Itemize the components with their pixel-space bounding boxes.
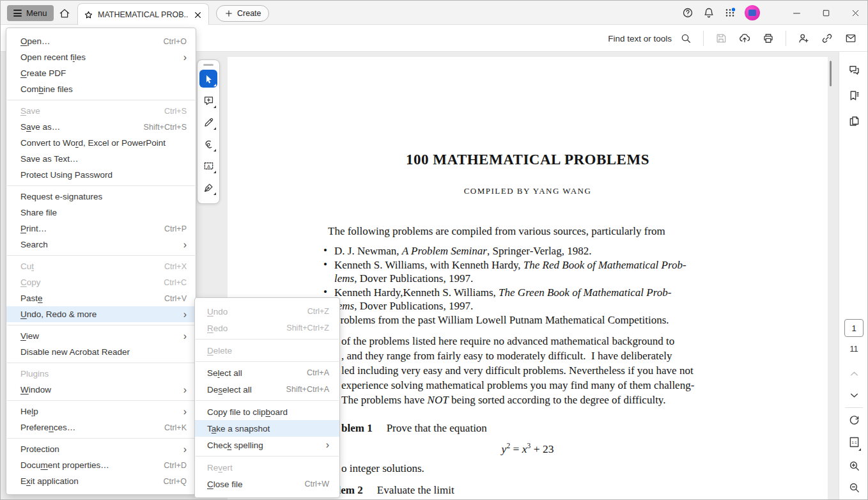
submenu-item-deselect-all[interactable]: Deselect allShift+Ctrl+A	[195, 381, 339, 398]
submenu-arrow-icon: ›	[326, 440, 329, 450]
find-text-label[interactable]: Find text or tools	[608, 34, 672, 43]
help-icon	[681, 6, 694, 19]
menu-item-create-pdf[interactable]: Create PDF	[6, 65, 196, 81]
menu-item-convert-to-word-excel-or-powerpoint[interactable]: Convert to Word, Excel or PowerPoint	[6, 135, 196, 151]
menu-item-save-as[interactable]: Save as…Shift+Ctrl+S	[6, 119, 196, 135]
menu-item-label: Paste	[20, 293, 164, 303]
menu-item-label: Document properties…	[20, 460, 164, 470]
menu-item-save-as-text[interactable]: Save as Text…	[6, 151, 196, 167]
menu-item-label: Copy file to clipboard	[207, 407, 329, 417]
notifications-button[interactable]	[702, 6, 715, 19]
share-link-button[interactable]	[821, 32, 833, 45]
upload-to-cloud-button[interactable]	[738, 32, 751, 45]
menu-item-open-recent-files[interactable]: Open recent files›	[6, 49, 196, 65]
save-icon	[715, 32, 727, 45]
bookmarks-panel-button[interactable]	[846, 87, 862, 104]
maximize-button[interactable]	[821, 8, 832, 19]
shortcut-label: Ctrl+Z	[307, 307, 329, 316]
submenu-item-close-file[interactable]: Close fileCtrl+W	[195, 476, 339, 492]
submenu-item-check-spelling[interactable]: Check spelling›	[195, 437, 339, 453]
search-button[interactable]	[679, 32, 692, 45]
menu-item-request-e-signatures[interactable]: Request e-signatures	[6, 189, 196, 205]
next-page-button[interactable]	[846, 388, 862, 405]
menu-item-combine-files[interactable]: Combine files	[6, 81, 196, 97]
menu-item-label: View	[20, 331, 183, 341]
comments-icon	[848, 63, 861, 77]
zoom-in-button[interactable]	[846, 458, 862, 475]
submenu-arrow-icon: ›	[183, 407, 187, 417]
menu-item-protect-using-password[interactable]: Protect Using Password	[6, 167, 196, 183]
document-tab[interactable]: MATHEMATICAL PROB...	[77, 3, 209, 26]
submenu-item-copy-file-to-clipboard[interactable]: Copy file to clipboard	[195, 403, 339, 420]
zoom-level-button[interactable]: 1:1	[846, 435, 862, 451]
plus-icon	[224, 8, 234, 19]
acrobat-window: Menu MATHEMATICAL PROB... Create Find te…	[0, 0, 868, 500]
menu-item-print[interactable]: Print…Ctrl+P	[6, 221, 196, 237]
rotate-icon	[848, 414, 861, 427]
request-signatures-button[interactable]	[797, 32, 810, 45]
highlight-tool[interactable]	[199, 113, 217, 131]
create-button[interactable]: Create	[216, 5, 269, 22]
star-icon[interactable]	[83, 10, 94, 20]
quick-tools-panel: A	[197, 59, 220, 204]
submenu-item-select-all[interactable]: Select allCtrl+A	[195, 364, 339, 381]
email-icon	[844, 32, 857, 45]
menu-item-undo-redo-more[interactable]: Undo, Redo & more›	[6, 306, 196, 322]
maximize-icon	[821, 8, 832, 19]
draw-tool[interactable]	[199, 135, 217, 153]
submenu-arrow-icon: ›	[183, 331, 187, 341]
drag-handle[interactable]	[203, 64, 213, 66]
page-thumbnails-button[interactable]	[846, 113, 862, 129]
tab-title: MATHEMATICAL PROB...	[98, 10, 189, 19]
home-button[interactable]	[56, 4, 73, 22]
help-button[interactable]	[681, 6, 694, 19]
menu-item-disable-new-acrobat-reader[interactable]: Disable new Acrobat Reader	[6, 344, 196, 360]
close-tab-icon[interactable]	[192, 10, 203, 20]
minimize-button[interactable]	[791, 8, 802, 19]
menu-item-paste[interactable]: PasteCtrl+V	[6, 290, 196, 306]
menu-item-label: Help	[20, 407, 183, 416]
menu-item-protection[interactable]: Protection›	[6, 441, 196, 457]
right-rail: 1 11 1:1	[839, 52, 868, 500]
menu-item-label: Check spelling	[207, 441, 326, 450]
menu-item-window[interactable]: Window›	[6, 382, 196, 398]
menu-item-save: SaveCtrl+S	[6, 103, 196, 119]
submenu-item-take-a-snapshot[interactable]: Take a snapshot	[195, 420, 339, 437]
menu-item-label: Save	[20, 106, 164, 116]
comments-panel-button[interactable]	[846, 61, 862, 78]
menu-item-document-properties[interactable]: Document properties…Ctrl+D	[6, 457, 196, 473]
close-window-button[interactable]	[850, 8, 861, 19]
menu-item-label: Disable new Acrobat Reader	[20, 347, 187, 357]
menu-item-label: Copy	[20, 277, 164, 287]
menu-item-label: Close file	[207, 480, 304, 489]
menu-item-share-file[interactable]: Share file	[6, 205, 196, 221]
menu-button-label: Menu	[26, 8, 47, 18]
menu-item-preferences[interactable]: Preferences…Ctrl+K	[6, 419, 196, 435]
menu-button[interactable]: Menu	[7, 5, 54, 21]
rotate-page-button[interactable]	[846, 413, 862, 430]
menu-item-help[interactable]: Help›	[6, 403, 196, 419]
shortcut-label: Ctrl+C	[164, 278, 187, 287]
apps-grid-button[interactable]	[724, 6, 736, 19]
menu-item-view[interactable]: View›	[6, 328, 196, 344]
menu-item-search[interactable]: Search›	[6, 237, 196, 253]
menu-separator	[7, 100, 195, 100]
select-tool[interactable]	[199, 70, 217, 88]
link-icon	[821, 32, 833, 45]
email-button[interactable]	[844, 32, 857, 45]
menu-item-open[interactable]: Open…Ctrl+O	[6, 33, 196, 49]
menu-item-label: Protect Using Password	[20, 170, 187, 180]
profile-avatar-icon[interactable]	[745, 5, 760, 20]
fill-sign-tool[interactable]	[199, 178, 217, 196]
svg-text:A: A	[206, 163, 210, 169]
menu-item-exit-application[interactable]: Exit applicationCtrl+Q	[6, 473, 196, 489]
page-number-input[interactable]: 1	[844, 319, 864, 337]
submenu-item-revert: Revert	[195, 459, 339, 476]
add-comment-tool[interactable]	[199, 91, 217, 109]
print-button[interactable]	[762, 32, 775, 45]
menu-item-label: Open recent files	[20, 52, 183, 62]
scrollbar-thumb[interactable]	[830, 61, 832, 86]
profile-avatar[interactable]	[745, 5, 760, 20]
zoom-out-button[interactable]	[846, 480, 862, 497]
edit-text-tool[interactable]: A	[199, 157, 217, 175]
